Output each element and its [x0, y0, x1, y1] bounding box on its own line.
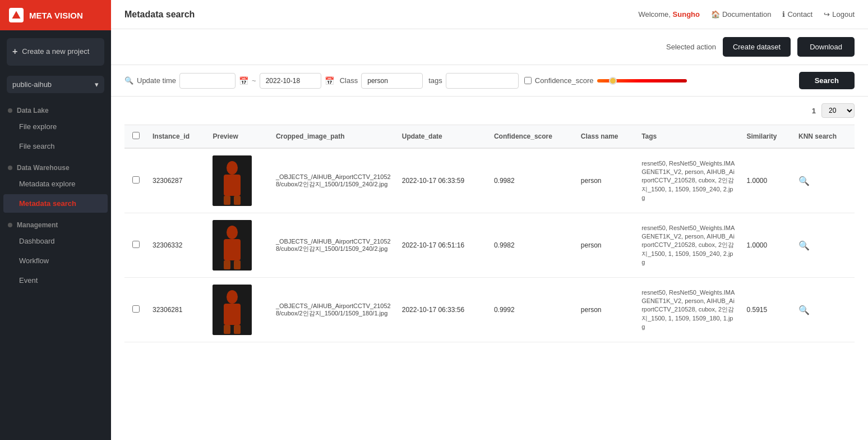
row-confidence-score: 0.9982 — [488, 213, 575, 278]
col-preview: Preview — [207, 125, 270, 149]
table-row: 32306281 _OBJECTS_/AIHUB_AirportCCTV_210… — [124, 278, 855, 342]
sidebar-item-workflow[interactable]: Workflow — [3, 251, 108, 270]
row-checkbox[interactable] — [132, 305, 140, 313]
row-cropped-image-path: _OBJECTS_/AIHUB_AirportCCTV_210528/cubox… — [270, 213, 396, 278]
topbar: Metadata search Welcome, Sungho 🏠 Docume… — [111, 0, 868, 29]
sidebar-item-file-search[interactable]: File search — [3, 137, 108, 155]
knn-search-icon[interactable]: 🔍 — [798, 241, 810, 250]
row-similarity: 1.0000 — [741, 148, 793, 213]
table-container: 1 20 50 100 Instance_id Preview Cropped_… — [111, 97, 868, 440]
search-bar: 🔍 Update time 📅 ~ 📅 Class tags Confidenc… — [111, 65, 868, 97]
contact-link[interactable]: ℹ Contact — [782, 10, 812, 19]
select-all-checkbox[interactable] — [132, 132, 140, 139]
search-icon: 🔍 — [124, 76, 133, 85]
row-tags: resnet50, ResNet50_Weights.IMAGENET1K_V2… — [636, 213, 741, 278]
row-cropped-image-path: _OBJECTS_/AIHUB_AirportCCTV_210528/cubox… — [270, 278, 396, 342]
logo-bar: META VISION — [0, 0, 111, 30]
row-knn-search: 🔍 — [793, 278, 855, 342]
update-time-to-input[interactable] — [260, 73, 321, 89]
search-button[interactable]: Search — [799, 72, 855, 89]
col-tags: Tags — [636, 125, 741, 149]
documentation-link[interactable]: 🏠 Documentation — [711, 10, 771, 19]
project-name: public-aihub — [12, 80, 52, 89]
svg-rect-8 — [224, 239, 241, 260]
svg-rect-15 — [234, 325, 241, 334]
logout-link[interactable]: ↪ Logout — [824, 10, 855, 19]
sidebar-section-data-warehouse: Data Warehouse — [0, 159, 111, 174]
page-title: Metadata search — [124, 10, 195, 20]
documentation-label: Documentation — [722, 10, 771, 19]
confidence-checkbox[interactable] — [524, 77, 532, 84]
row-similarity: 1.0000 — [741, 213, 793, 278]
per-page-select[interactable]: 20 50 100 — [821, 103, 855, 118]
row-checkbox-cell — [124, 278, 147, 342]
app-name: META VISION — [29, 11, 83, 20]
data-lake-dot — [8, 108, 12, 113]
contact-label: Contact — [787, 10, 812, 19]
data-warehouse-dot — [8, 166, 12, 170]
date-separator: ~ — [252, 76, 256, 85]
selected-action-label: Selected action — [666, 43, 716, 51]
col-update-date: Update_date — [396, 125, 488, 149]
row-preview — [207, 148, 270, 213]
svg-point-7 — [227, 226, 238, 239]
logout-label: Logout — [832, 10, 855, 19]
knn-search-icon[interactable]: 🔍 — [798, 176, 810, 186]
update-time-label: Update time — [137, 76, 176, 85]
row-checkbox[interactable] — [132, 241, 140, 248]
calendar-from-icon[interactable]: 📅 — [239, 76, 248, 85]
class-input[interactable] — [361, 73, 423, 89]
col-cropped-image-path: Cropped_image_path — [270, 125, 396, 149]
sidebar-item-event[interactable]: Event — [3, 271, 108, 290]
row-similarity: 0.5915 — [741, 278, 793, 342]
tags-input[interactable] — [446, 73, 519, 89]
col-similarity: Similarity — [741, 125, 793, 149]
class-label: Class — [340, 76, 358, 85]
col-instance-id: Instance_id — [147, 125, 207, 149]
home-icon: 🏠 — [711, 10, 720, 19]
confidence-score-label: Confidence_score — [535, 76, 594, 85]
svg-marker-0 — [12, 11, 21, 19]
col-checkbox — [124, 125, 147, 149]
row-confidence-score: 0.9982 — [488, 148, 575, 213]
create-project-button[interactable]: + Create a new project — [7, 38, 104, 66]
sidebar-item-file-explore[interactable]: File explore — [3, 117, 108, 136]
row-knn-search: 🔍 — [793, 148, 855, 213]
sidebar-item-metadata-search[interactable]: Metadata search — [3, 194, 108, 213]
table-row: 32306287 _OBJECTS_/AIHUB_AirportCCTV_210… — [124, 148, 855, 213]
tags-label: tags — [428, 76, 442, 85]
row-update-date: 2022-10-17 06:33:56 — [396, 278, 488, 342]
sidebar-item-dashboard[interactable]: Dashboard — [3, 232, 108, 250]
row-checkbox-cell — [124, 213, 147, 278]
create-project-label: Create a new project — [22, 47, 89, 57]
svg-rect-3 — [224, 175, 241, 196]
welcome-username: Sungho — [673, 10, 700, 19]
row-preview — [207, 213, 270, 278]
download-button[interactable]: Download — [797, 37, 855, 57]
row-update-date: 2022-10-17 06:33:59 — [396, 148, 488, 213]
row-checkbox[interactable] — [132, 176, 140, 184]
action-bar: Selected action Create dataset Download — [111, 29, 868, 65]
create-dataset-button[interactable]: Create dataset — [723, 37, 791, 57]
topbar-right: Welcome, Sungho 🏠 Documentation ℹ Contac… — [638, 10, 855, 19]
table-meta: 1 20 50 100 — [124, 97, 855, 125]
row-tags: resnet50, ResNet50_Weights.IMAGENET1K_V2… — [636, 278, 741, 342]
logo-icon — [9, 8, 24, 22]
svg-rect-9 — [224, 260, 230, 269]
page-number: 1 — [812, 107, 816, 115]
sidebar-item-metadata-explore[interactable]: Metadata explore — [3, 175, 108, 193]
row-class-name: person — [575, 148, 636, 213]
update-time-from-input[interactable] — [179, 73, 236, 89]
logout-icon: ↪ — [824, 10, 830, 19]
row-tags: resnet50, ResNet50_Weights.IMAGENET1K_V2… — [636, 148, 741, 213]
project-selector[interactable]: public-aihub ▾ — [7, 76, 104, 93]
svg-rect-5 — [234, 196, 241, 205]
management-label: Management — [17, 221, 58, 229]
confidence-slider[interactable] — [597, 79, 687, 82]
calendar-to-icon[interactable]: 📅 — [325, 76, 334, 85]
row-cropped-image-path: _OBJECTS_/AIHUB_AirportCCTV_210528/cubox… — [270, 148, 396, 213]
svg-rect-13 — [224, 304, 241, 325]
data-lake-label: Data Lake — [17, 107, 49, 114]
knn-search-icon[interactable]: 🔍 — [798, 305, 810, 315]
col-knn-search: KNN search — [793, 125, 855, 149]
